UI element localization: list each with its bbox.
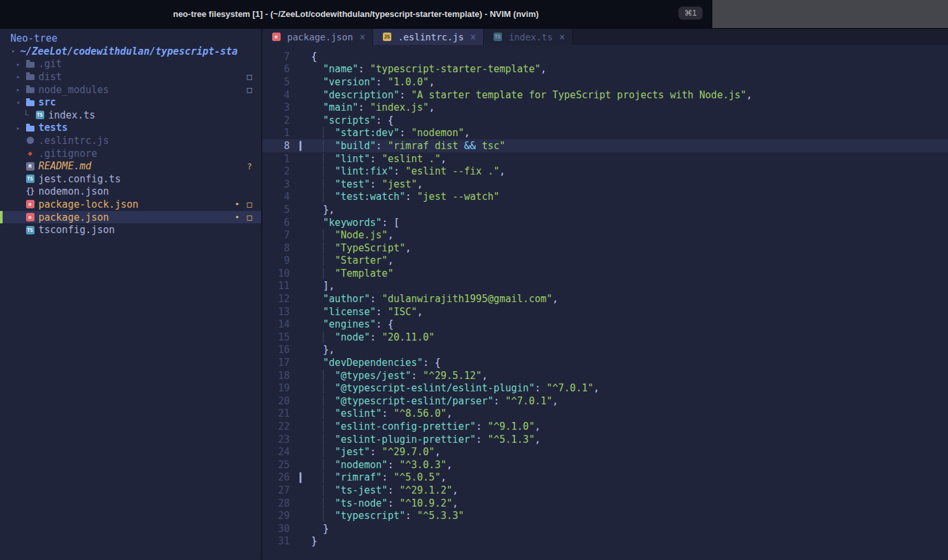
code-line-37[interactable]: 29 ▏ "typescript": "^5.3.3" xyxy=(262,509,948,522)
tree-item-nodemon-json[interactable]: {}nodemon.json xyxy=(0,186,261,199)
code-text: } xyxy=(311,523,329,535)
code-line-11[interactable]: 3 ▏ "test": "jest", xyxy=(262,178,948,191)
tree-item-node-modules[interactable]: ▸node_modules□ xyxy=(0,83,261,96)
tab-eslintrc-js[interactable]: JS.eslintrc.js× xyxy=(373,29,484,45)
code-line-1[interactable]: 7{ xyxy=(262,50,948,63)
code-text: ▏ "start:dev": "nodemon", xyxy=(311,127,470,139)
code-line-34[interactable]: 26 ▏ "rimraf": "^5.0.5", xyxy=(262,471,948,484)
sign-column xyxy=(292,216,311,229)
code-line-27[interactable]: 19 ▏ "@typescript-eslint/eslint-plugin":… xyxy=(262,382,948,395)
code-text: ▏ "lint": "eslint .", xyxy=(311,153,447,165)
tree-item-zeelot-codewithdulan-typescript-sta[interactable]: ▾~/ZeeLot/codewithdulan/typescript-sta xyxy=(0,45,261,58)
chevron-right-icon[interactable]: ▸ xyxy=(13,86,23,93)
git-modified-icon: □ xyxy=(247,213,252,221)
window-titlebar: neo-tree filesystem [1] - (~/ZeeLot/code… xyxy=(0,0,948,29)
sign-column xyxy=(292,522,311,535)
folder-icon xyxy=(23,99,36,106)
code-line-9[interactable]: 1 ▏ "lint": "eslint .", xyxy=(262,152,948,165)
code-line-15[interactable]: 7 ▏ "Node.js", xyxy=(262,229,948,242)
code-line-33[interactable]: 25 ▏ "nodemon": "^3.0.3", xyxy=(262,458,948,471)
sign-column xyxy=(292,280,311,293)
tree-item-tests[interactable]: ▸tests xyxy=(0,122,261,135)
code-line-28[interactable]: 20 ▏ "@typescript-eslint/parser": "^7.0.… xyxy=(262,395,948,408)
line-number: 11 xyxy=(262,280,292,292)
line-number: 15 xyxy=(262,331,292,343)
chevron-down-icon[interactable]: ▾ xyxy=(13,99,23,106)
code-line-32[interactable]: 24 ▏ "jest": "^29.7.0", xyxy=(262,445,948,458)
tree-item-tsconfig-json[interactable]: TStsconfig.json xyxy=(0,223,261,236)
code-line-17[interactable]: 9 ▏ "Starter", xyxy=(262,255,948,268)
code-line-2[interactable]: 6 "name": "typescript-starter-template", xyxy=(262,63,948,76)
code-line-7[interactable]: 1 ▏ "start:dev": "nodemon", xyxy=(262,127,948,140)
tree-item-label: index.ts xyxy=(48,109,95,121)
line-number: 8 xyxy=(262,140,292,152)
sign-column xyxy=(292,76,311,89)
tab-package-json[interactable]: npackage.json× xyxy=(262,29,373,45)
close-icon[interactable]: × xyxy=(470,31,476,43)
code-line-3[interactable]: 5 "version": "1.0.0", xyxy=(262,76,948,89)
js-icon: JS xyxy=(380,33,393,41)
code-line-18[interactable]: 10 ▏ "Template" xyxy=(262,267,948,280)
sign-column xyxy=(292,50,311,63)
tree-item-index-ts[interactable]: └TSindex.ts xyxy=(0,109,261,122)
tree-item-package-lock-json[interactable]: npackage-lock.json•□ xyxy=(0,198,261,211)
tree-item-label: .eslintrc.js xyxy=(38,135,109,147)
code-text: ▏ "test": "jest", xyxy=(311,178,423,190)
code-line-8[interactable]: 8 ▏ "build": "rimraf dist && tsc" xyxy=(262,139,948,152)
code-line-38[interactable]: 30 } xyxy=(262,522,948,535)
code-text: ▏ "typescript": "^5.3.3" xyxy=(311,510,464,522)
tree-item-dist[interactable]: ▸dist□ xyxy=(0,70,261,83)
code-line-25[interactable]: 17 "devDependencies": { xyxy=(262,356,948,369)
line-number: 3 xyxy=(262,102,292,113)
close-icon[interactable]: × xyxy=(559,31,565,43)
chevron-right-icon[interactable]: ▸ xyxy=(13,61,23,68)
tree-item-package-json[interactable]: npackage.json•□ xyxy=(0,211,261,224)
code-line-36[interactable]: 28 ▏ "ts-node": "^10.9.2", xyxy=(262,497,948,510)
sign-column xyxy=(292,305,311,318)
sign-column xyxy=(292,229,311,242)
code-line-4[interactable]: 4 "description": "A starter template for… xyxy=(262,89,948,102)
code-area[interactable]: 7{6 "name": "typescript-starter-template… xyxy=(262,45,948,559)
tree-item-eslintrc-js[interactable]: .eslintrc.js xyxy=(0,134,261,147)
code-line-30[interactable]: 22 ▏ "eslint-config-prettier": "^9.1.0", xyxy=(262,420,948,433)
code-line-39[interactable]: 31} xyxy=(262,535,948,548)
code-line-26[interactable]: 18 ▏ "@types/jest": "^29.5.12", xyxy=(262,369,948,382)
code-line-31[interactable]: 23 ▏ "eslint-plugin-prettier": "^5.1.3", xyxy=(262,433,948,446)
tree-item-src[interactable]: ▾src xyxy=(0,96,261,109)
tab-label: package.json xyxy=(287,32,353,42)
code-line-20[interactable]: 12 "author": "dulanwirajith1995@gmail.co… xyxy=(262,292,948,305)
code-line-23[interactable]: 15 ▏ "node": "20.11.0" xyxy=(262,331,948,344)
git-status-badges: •□ xyxy=(234,200,261,208)
code-line-19[interactable]: 11 ], xyxy=(262,280,948,293)
tree-item-label: package.json xyxy=(38,212,109,223)
code-line-21[interactable]: 13 "license": "ISC", xyxy=(262,305,948,318)
line-number: 6 xyxy=(262,63,292,75)
tree-item-gitignore[interactable]: ◆.gitignore xyxy=(0,147,261,160)
chevron-right-icon[interactable]: ▸ xyxy=(13,73,23,80)
terminal-tab[interactable]: neo-tree filesystem [1] - (~/ZeeLot/code… xyxy=(0,0,712,28)
code-text: ▏ "Starter", xyxy=(311,255,393,266)
chevron-right-icon[interactable]: ▸ xyxy=(13,124,23,132)
sign-column xyxy=(292,395,311,408)
tree-item-jest-config-ts[interactable]: TSjest.config.ts xyxy=(0,173,261,186)
code-line-24[interactable]: 16 }, xyxy=(262,344,948,357)
chevron-down-icon[interactable]: ▾ xyxy=(8,48,18,55)
tree-item-git[interactable]: ▸.git xyxy=(0,58,261,71)
code-line-22[interactable]: 14 "engines": { xyxy=(262,318,948,331)
line-number: 29 xyxy=(262,510,292,522)
sign-column xyxy=(292,89,311,102)
code-line-16[interactable]: 8 ▏ "TypeScript", xyxy=(262,242,948,255)
sign-column xyxy=(292,152,311,165)
code-line-10[interactable]: 2 ▏ "lint:fix": "eslint --fix .", xyxy=(262,165,948,178)
code-line-14[interactable]: 6 "keywords": [ xyxy=(262,216,948,229)
code-line-13[interactable]: 5 }, xyxy=(262,203,948,216)
code-line-35[interactable]: 27 ▏ "ts-jest": "^29.1.2", xyxy=(262,484,948,497)
code-line-6[interactable]: 2 "scripts": { xyxy=(262,114,948,127)
code-line-5[interactable]: 3 "main": "index.js", xyxy=(262,101,948,114)
code-line-12[interactable]: 4 ▏ "test:watch": "jest --watch" xyxy=(262,191,948,204)
tab-index-ts[interactable]: TSindex.ts× xyxy=(484,29,572,45)
close-icon[interactable]: × xyxy=(359,31,365,43)
code-line-29[interactable]: 21 ▏ "eslint": "^8.56.0", xyxy=(262,408,948,421)
tree-item-readme-md[interactable]: MREADME.md? xyxy=(0,160,261,173)
window-title: neo-tree filesystem [1] - (~/ZeeLot/code… xyxy=(173,9,539,19)
